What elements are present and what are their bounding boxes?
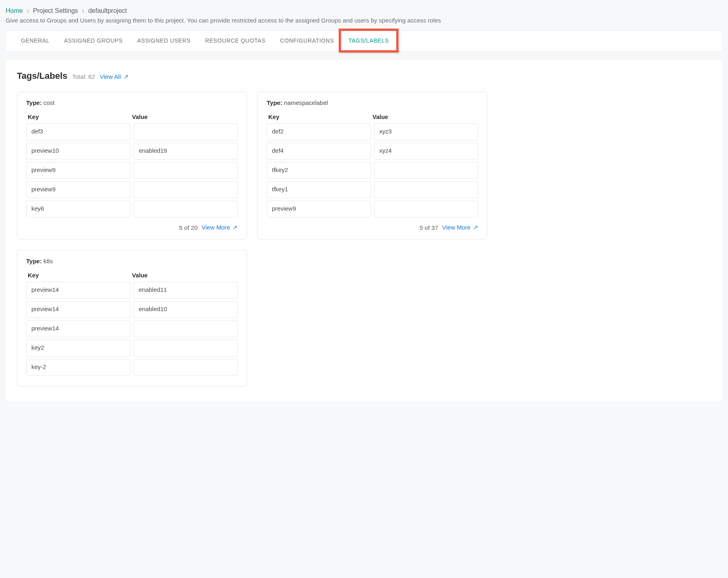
- card-type: Type: k8s: [26, 258, 238, 264]
- key-cell: def2: [267, 123, 371, 140]
- value-cell: [134, 340, 238, 357]
- value-header: Value: [372, 113, 477, 120]
- value-cell: enabled11: [134, 282, 238, 299]
- view-more-link[interactable]: View More ↗: [202, 224, 238, 231]
- type-value: namespacelabel: [284, 99, 328, 106]
- value-cell: [134, 162, 238, 179]
- total-count: Total: 62: [72, 73, 95, 80]
- key-cell: key6: [26, 201, 130, 217]
- key-cell: preview14: [26, 301, 130, 318]
- key-header: Key: [28, 272, 132, 279]
- cards-container: Type: cost Key Value def3 preview10 enab…: [17, 92, 711, 387]
- value-cell: [134, 359, 238, 376]
- table-row: preview10 enabled19: [26, 143, 238, 160]
- panel-title: Tags/Labels: [17, 71, 68, 81]
- key-cell: key2: [26, 340, 130, 357]
- value-cell: [134, 320, 238, 337]
- type-label: Type:: [267, 99, 282, 106]
- type-label: Type:: [26, 258, 42, 264]
- table-row: key2: [26, 340, 238, 357]
- arrow-up-right-icon: ↗: [232, 224, 238, 231]
- key-cell: def3: [26, 123, 130, 140]
- type-value: cost: [43, 99, 55, 106]
- view-more-text: View More: [442, 224, 471, 231]
- table-row: def2 xyz3: [267, 123, 478, 140]
- value-header: Value: [132, 272, 236, 279]
- table-row: def4 xyz4: [267, 143, 478, 160]
- breadcrumb: Home › Project Settings › defaultproject: [6, 7, 722, 14]
- value-cell: [374, 162, 478, 179]
- breadcrumb-sep: ›: [82, 7, 84, 14]
- table-row: key-2: [26, 359, 238, 376]
- card-cost: Type: cost Key Value def3 preview10 enab…: [17, 92, 247, 240]
- card-namespacelabel: Type: namespacelabel Key Value def2 xyz3…: [257, 92, 487, 240]
- view-more-text: View More: [202, 224, 230, 231]
- tab-configurations[interactable]: CONFIGURATIONS: [273, 31, 341, 51]
- value-cell: [134, 181, 238, 198]
- type-label: Type:: [26, 99, 42, 106]
- table-row: preview9: [26, 181, 238, 198]
- card-type: Type: cost: [26, 99, 238, 106]
- key-header: Key: [268, 113, 372, 120]
- tab-assigned-groups[interactable]: ASSIGNED GROUPS: [57, 31, 130, 51]
- key-cell: def4: [267, 143, 371, 160]
- type-value: k8s: [43, 258, 53, 264]
- table-row: preview9: [267, 201, 478, 217]
- view-all-link[interactable]: View All ↗: [100, 73, 128, 80]
- key-header: Key: [28, 113, 132, 120]
- table-row: tfkey1: [267, 181, 478, 198]
- tab-tags-labels[interactable]: TAGS/LABELS: [341, 31, 396, 51]
- key-cell: key-2: [26, 359, 130, 376]
- arrow-up-right-icon: ↗: [123, 73, 129, 80]
- value-cell: enabled10: [134, 301, 238, 318]
- tags-labels-panel: Tags/Labels Total: 62 View All ↗ Type: c…: [6, 60, 722, 401]
- row-count: 5 of 20: [179, 224, 197, 231]
- value-cell: xyz3: [374, 123, 478, 140]
- tab-general[interactable]: GENERAL: [14, 31, 57, 51]
- key-cell: preview9: [267, 201, 371, 217]
- arrow-up-right-icon: ↗: [473, 224, 478, 231]
- key-cell: preview14: [26, 320, 130, 337]
- breadcrumb-home[interactable]: Home: [6, 7, 23, 14]
- view-all-text: View All: [100, 73, 121, 80]
- kv-header: Key Value: [267, 113, 478, 120]
- card-footer: 5 of 37 View More ↗: [267, 224, 478, 231]
- panel-header: Tags/Labels Total: 62 View All ↗: [17, 71, 711, 81]
- value-cell: xyz4: [374, 143, 478, 160]
- card-k8s: Type: k8s Key Value preview14 enabled11 …: [17, 250, 247, 387]
- key-cell: preview9: [26, 181, 130, 198]
- table-row: tfkey2: [267, 162, 478, 179]
- value-cell: [134, 123, 238, 140]
- page-subtitle: Give access to Groups and Users by assig…: [6, 17, 722, 24]
- key-cell: tfkey2: [267, 162, 371, 179]
- key-cell: preview10: [26, 143, 130, 160]
- value-header: Value: [132, 113, 236, 120]
- key-cell: tfkey1: [267, 181, 371, 198]
- table-row: key6: [26, 201, 238, 217]
- table-row: preview14 enabled11: [26, 282, 238, 299]
- table-row: preview9: [26, 162, 238, 179]
- value-cell: [374, 181, 478, 198]
- breadcrumb-project: defaultproject: [88, 7, 127, 14]
- tab-assigned-users[interactable]: ASSIGNED USERS: [130, 31, 198, 51]
- value-cell: [134, 201, 238, 217]
- breadcrumb-settings[interactable]: Project Settings: [33, 7, 78, 14]
- kv-header: Key Value: [26, 272, 238, 279]
- kv-header: Key Value: [26, 113, 238, 120]
- table-row: preview14: [26, 320, 238, 337]
- table-row: preview14 enabled10: [26, 301, 238, 318]
- card-footer: 5 of 20 View More ↗: [26, 224, 238, 231]
- value-cell: enabled19: [134, 143, 238, 160]
- table-row: def3: [26, 123, 238, 140]
- key-cell: preview14: [26, 282, 130, 299]
- card-type: Type: namespacelabel: [267, 99, 478, 106]
- row-count: 5 of 37: [420, 224, 438, 231]
- breadcrumb-sep: ›: [27, 7, 29, 14]
- key-cell: preview9: [26, 162, 130, 179]
- tab-resource-quotas[interactable]: RESOURCE QUOTAS: [198, 31, 273, 51]
- tabs-bar: GENERAL ASSIGNED GROUPS ASSIGNED USERS R…: [6, 31, 722, 51]
- value-cell: [374, 201, 478, 217]
- view-more-link[interactable]: View More ↗: [442, 224, 478, 231]
